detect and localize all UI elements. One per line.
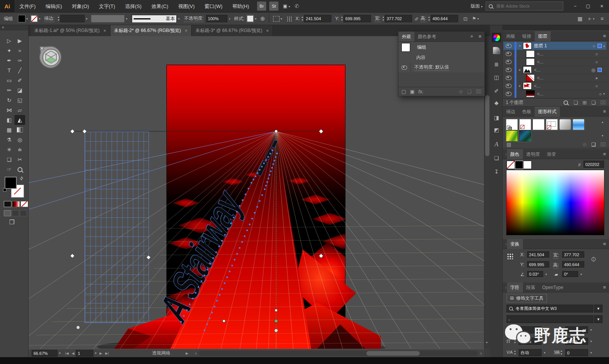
align-flag-icon[interactable]: ⚑	[472, 16, 476, 21]
arrange-documents-icon[interactable]: ▦	[577, 16, 582, 22]
layer-name[interactable]: 图层 1	[534, 43, 547, 49]
menu-edit[interactable]: 编辑(E)	[41, 0, 67, 13]
style-white[interactable]	[532, 119, 545, 130]
styles-scroll-down[interactable]: ▾	[602, 134, 603, 137]
artboard-caret[interactable]: ▾	[95, 351, 96, 355]
opacity-expand[interactable]: ›	[229, 16, 230, 21]
next-artboard-button[interactable]: ▶	[99, 351, 102, 355]
visibility-eye-icon[interactable]	[506, 60, 511, 64]
slice-tool[interactable]: ✂	[14, 155, 25, 164]
new-layer-icon[interactable]: ❏	[591, 100, 596, 105]
color-mode-none[interactable]	[21, 201, 28, 207]
share-icon[interactable]: ✆	[295, 3, 299, 9]
th-label[interactable]: 高:	[553, 262, 559, 269]
layer-name[interactable]: <...	[534, 83, 540, 89]
rectangle-tool[interactable]: ▭	[4, 75, 14, 85]
target-icon[interactable]: ○	[595, 83, 598, 89]
menu-type[interactable]: 文字(T)	[94, 0, 120, 13]
profile-caret[interactable]: ▾	[178, 17, 179, 21]
layer-name[interactable]: <...	[537, 51, 543, 57]
add-fill-icon[interactable]: ▣	[410, 89, 414, 94]
styles-scroll-up[interactable]: ▴	[602, 120, 603, 124]
menu-select[interactable]: 选择(S)	[120, 0, 146, 13]
tracking-stepper[interactable]: ▴▾	[561, 350, 562, 356]
vscroll-down-icon[interactable]: ▾	[486, 341, 488, 344]
stock-search[interactable]	[486, 2, 563, 11]
doc-tab-3[interactable]: 未标题-3* @ 66.67% (RGB/预览)×	[192, 25, 273, 36]
style-libraries-icon[interactable]: ▤	[507, 142, 511, 147]
menu-effect[interactable]: 效果(C)	[147, 0, 173, 13]
dock-panel-icon[interactable]: »	[470, 34, 473, 39]
layer-name[interactable]: <...	[537, 59, 543, 65]
doc-arrange-alt-icon[interactable]: ⫦	[588, 16, 591, 22]
target-icon[interactable]: ○	[595, 51, 598, 57]
draw-behind-button[interactable]	[12, 210, 19, 216]
select-similar-caret[interactable]: ▾	[281, 17, 282, 21]
first-artboard-button[interactable]: |◀	[65, 351, 69, 355]
stroke-weight-caret[interactable]: ▾	[86, 17, 87, 21]
appearance-menu-icon[interactable]: ≡	[478, 34, 481, 39]
white-swatch[interactable]	[523, 161, 532, 169]
pen-tool[interactable]: ✒	[4, 56, 14, 65]
transform-menu-icon[interactable]: ≡	[603, 241, 606, 247]
style-swatch[interactable]	[247, 15, 254, 22]
scale-tool[interactable]: ◱	[14, 95, 25, 105]
tab-transform[interactable]: 变换	[507, 239, 523, 249]
character-menu-icon[interactable]: ≡	[603, 284, 606, 290]
stroke-weight-field[interactable]	[60, 15, 85, 22]
layout-switch-icon[interactable]: ▣ ▾	[283, 3, 290, 9]
visibility-eye-icon[interactable]	[506, 76, 511, 80]
close-icon[interactable]: ×	[104, 28, 106, 34]
shear-field[interactable]: 0°	[562, 271, 578, 277]
height-field[interactable]: 490.644	[431, 15, 458, 22]
target-icon[interactable]: ○	[595, 59, 598, 65]
doc-tab-2-active[interactable]: 未标题-2* @ 66.67% (RGB/预览)×	[110, 25, 192, 36]
tab-appearance[interactable]: 外观	[398, 32, 414, 42]
th-field[interactable]: 490.644	[562, 261, 584, 268]
color-mode-fill[interactable]	[4, 201, 11, 207]
control-panel-menu-icon[interactable]: ≡	[601, 16, 604, 22]
blend-tool[interactable]: ◎	[14, 135, 25, 145]
gradient-tool[interactable]	[14, 125, 25, 135]
target-icon[interactable]: ○	[593, 43, 595, 49]
shaper-tool[interactable]: ✏	[4, 85, 14, 95]
layer-name[interactable]: <...	[534, 67, 540, 73]
rotate-tool[interactable]: ↻	[4, 95, 14, 105]
free-transform-tool[interactable]: ▱	[14, 105, 25, 115]
curvature-tool[interactable]: ✑	[14, 56, 25, 65]
perspective-grid-tool-active[interactable]: ◭	[14, 115, 25, 125]
target-icon[interactable]: ○	[599, 91, 602, 97]
visibility-eye-icon[interactable]	[506, 52, 511, 56]
draw-inside-button[interactable]	[20, 210, 27, 216]
style-green-pattern[interactable]	[506, 130, 518, 142]
visibility-eye-icon[interactable]	[506, 44, 511, 48]
tx-field[interactable]: 241.504	[527, 251, 549, 258]
width-label[interactable]: 宽:	[375, 15, 380, 22]
style-no-fill[interactable]	[519, 119, 531, 130]
artboard-number-field[interactable]: 1	[76, 350, 93, 357]
appearance-row-contents[interactable]: 内容	[398, 53, 484, 63]
add-effect-icon[interactable]: fx.	[419, 89, 424, 94]
mesh-tool[interactable]: ▦	[4, 125, 14, 135]
status-display[interactable]: 透视网格	[152, 350, 170, 356]
layer-row-4[interactable]: ▸ <... ◎	[504, 66, 606, 74]
artboards-panel-icon[interactable]: ❏	[492, 153, 501, 163]
reference-point-grid[interactable]	[287, 16, 292, 21]
tab-graphic-styles[interactable]: 图形样式	[535, 107, 560, 117]
stroke-stepper[interactable]: ▴▾	[58, 16, 59, 22]
opacity-field[interactable]: 100%	[206, 15, 227, 22]
layer-name[interactable]: <...	[537, 91, 543, 97]
new-style-icon[interactable]: ❏	[591, 142, 596, 147]
character-styles-panel-icon[interactable]: A	[492, 139, 501, 149]
tab-swatches[interactable]: 色板	[519, 107, 535, 117]
color-spectrum[interactable]	[506, 170, 604, 235]
tab-artboards[interactable]: 画板	[503, 31, 519, 41]
zoom-tool[interactable]	[14, 164, 25, 174]
brushes-panel-icon[interactable]: ✐	[492, 86, 501, 96]
target-icon[interactable]: ◎	[591, 67, 595, 73]
draw-normal-button[interactable]	[4, 210, 11, 216]
none-swatch[interactable]	[507, 161, 515, 169]
styles-menu-icon[interactable]: ≡	[603, 109, 606, 114]
stroke-weight-label[interactable]: 描边:	[44, 15, 54, 22]
doc-tab-1[interactable]: 未标题-1.ai* @ 50% (RGB/预览)×	[30, 25, 110, 36]
